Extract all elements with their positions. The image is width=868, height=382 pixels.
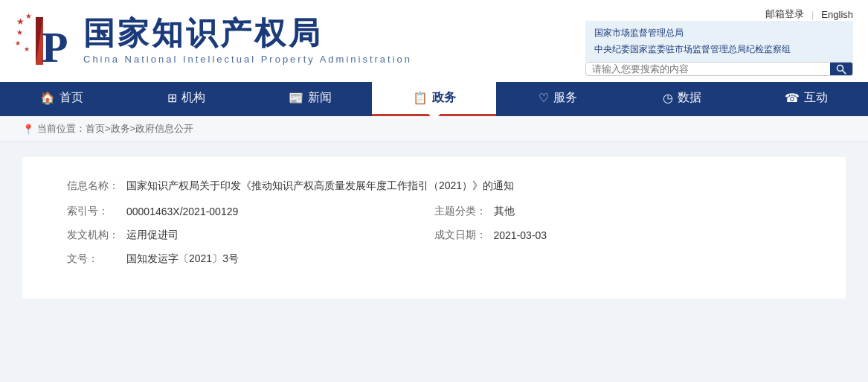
svg-text:★: ★: [24, 45, 30, 53]
doc-num-row: 文号： 国知发运字〔2021〕3号: [67, 252, 801, 266]
service-icon: ♡: [539, 91, 549, 105]
doc-issuer-row: 发文机构： 运用促进司 成文日期： 2021-03-03: [67, 229, 801, 242]
nav-label-affairs: 政务: [432, 90, 456, 106]
divider: |: [811, 9, 814, 20]
nav-label-data: 数据: [678, 90, 701, 106]
nav-label-interact: 互动: [804, 90, 828, 106]
nav-label-home: 首页: [60, 90, 83, 106]
logo-icon: ★ ★ ★ ★ ★ P: [15, 11, 74, 71]
search-button[interactable]: [830, 62, 852, 76]
email-login-link[interactable]: 邮箱登录: [765, 7, 804, 21]
nav-item-data[interactable]: ◷ 数据: [620, 82, 745, 116]
breadcrumb: 📍 当前位置：首页>政务>政府信息公开: [0, 116, 868, 142]
affairs-icon: 📋: [413, 91, 428, 105]
nav-label-org: 机构: [181, 90, 205, 106]
nav-item-news[interactable]: 📰 新闻: [248, 82, 372, 116]
search-bar: [585, 62, 853, 76]
doc-title-value: 国家知识产权局关于印发《推动知识产权高质量发展年度工作指引（2021）》的通知: [126, 179, 801, 193]
org-links: 国家市场监督管理总局 中央纪委国家监委驻市场监督管理总局纪检监察组: [585, 21, 853, 62]
doc-index-cell: 索引号： 00001463X/2021-00129: [67, 205, 434, 218]
content-area: 信息名称： 国家知识产权局关于印发《推动知识产权高质量发展年度工作指引（2021…: [22, 157, 846, 299]
nav-item-org[interactable]: ⊞ 机构: [124, 82, 248, 116]
svg-text:★: ★: [16, 16, 25, 27]
nav-item-home[interactable]: 🏠 首页: [0, 82, 124, 116]
doc-issuer-value: 运用促进司: [126, 229, 434, 242]
logo-title-cn: 国家知识产权局: [83, 18, 412, 49]
nav-label-service: 服务: [553, 90, 577, 106]
nav-item-service[interactable]: ♡ 服务: [496, 82, 620, 116]
org-line2: 中央纪委国家监委驻市场监督管理总局纪检监察组: [594, 42, 791, 58]
doc-date-value: 2021-03-03: [494, 229, 802, 241]
svg-text:★: ★: [15, 39, 21, 47]
doc-index-value: 00001463X/2021-00129: [126, 206, 434, 217]
svg-text:★: ★: [25, 12, 32, 20]
doc-date-label: 成文日期：: [434, 229, 494, 242]
header: ★ ★ ★ ★ ★ P 国家知识产权局 China National Intel…: [0, 0, 868, 82]
org-icon: ⊞: [167, 91, 177, 105]
nav-bar: 🏠 首页 ⊞ 机构 📰 新闻 📋 政务 ♡ 服务 ◷ 数据 ☎ 互动: [0, 82, 868, 116]
doc-issuer-cell: 发文机构： 运用促进司: [67, 229, 434, 242]
news-icon: 📰: [289, 91, 303, 105]
nav-item-interact[interactable]: ☎ 互动: [744, 82, 868, 116]
org-line1: 国家市场监督管理总局: [594, 25, 684, 42]
logo-title-en: China National Intellectual Property Adm…: [83, 54, 412, 65]
english-link[interactable]: English: [821, 9, 853, 20]
doc-index-label: 索引号：: [67, 205, 126, 218]
doc-title-label: 信息名称：: [67, 179, 126, 193]
top-links: 邮箱登录 | English: [765, 7, 853, 21]
interact-icon: ☎: [785, 91, 800, 105]
svg-text:P: P: [42, 23, 68, 71]
location-icon: 📍: [22, 124, 34, 135]
doc-date-cell: 成文日期： 2021-03-03: [434, 229, 802, 242]
doc-title-row: 信息名称： 国家知识产权局关于印发《推动知识产权高质量发展年度工作指引（2021…: [67, 179, 801, 193]
top-right-area: 邮箱登录 | English 国家市场监督管理总局 中央纪委国家监委驻市场监督管…: [461, 0, 853, 82]
doc-subject-label: 主题分类：: [434, 205, 494, 218]
doc-num-value: 国知发运字〔2021〕3号: [126, 252, 434, 266]
nav-label-news: 新闻: [308, 90, 332, 106]
data-icon: ◷: [663, 91, 673, 105]
doc-subject-value: 其他: [494, 205, 802, 218]
doc-num-cell: 文号： 国知发运字〔2021〕3号: [67, 252, 434, 266]
doc-num-label: 文号：: [67, 252, 126, 266]
svg-line-9: [843, 70, 846, 74]
logo-area: ★ ★ ★ ★ ★ P 国家知识产权局 China National Intel…: [15, 0, 461, 82]
home-icon: 🏠: [40, 91, 55, 105]
search-input[interactable]: [586, 63, 830, 74]
svg-text:★: ★: [16, 28, 23, 36]
logo-text-area: 国家知识产权局 China National Intellectual Prop…: [83, 18, 412, 65]
doc-issuer-label: 发文机构：: [67, 229, 126, 242]
nav-item-affairs[interactable]: 📋 政务: [372, 82, 496, 116]
breadcrumb-text: 当前位置：首页>政务>政府信息公开: [37, 122, 193, 136]
doc-subject-cell: 主题分类： 其他: [434, 205, 802, 218]
doc-index-row: 索引号： 00001463X/2021-00129 主题分类： 其他: [67, 205, 801, 218]
